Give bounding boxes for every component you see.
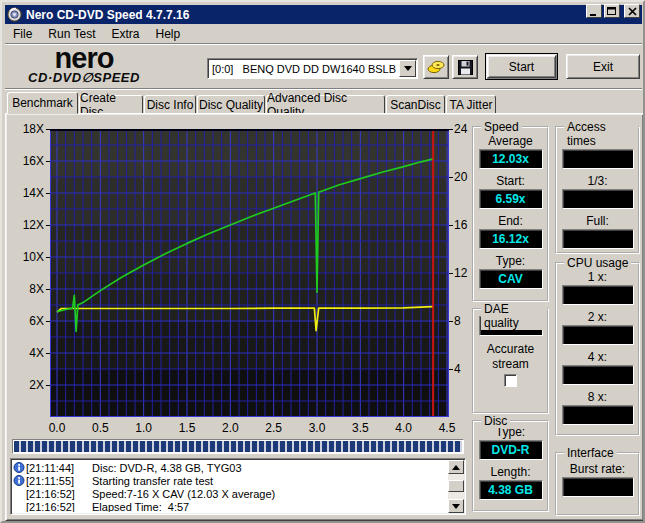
drive-select[interactable]: [0:0] BENQ DVD DD DW1640 BSLB [207, 58, 418, 79]
maximize-icon [607, 7, 617, 16]
tab-advanced-disc-quality[interactable]: Advanced Disc Quality [266, 95, 385, 114]
burst-rate-value [562, 477, 634, 497]
tab-scandisc[interactable]: ScanDisc [386, 95, 445, 114]
dae-quality-panel: DAE quality Accurate stream [472, 308, 549, 414]
speed-panel-title: Speed [481, 120, 522, 134]
window-title: Nero CD-DVD Speed 4.7.7.16 [26, 8, 189, 22]
one-third-label: 1/3: [557, 174, 638, 188]
log-text: Starting transfer rate test [92, 475, 213, 487]
disc-type-text: DVD-R [492, 443, 530, 457]
disc-type-value: DVD-R [479, 440, 543, 460]
tab-disc-quality[interactable]: Disc Quality [197, 95, 265, 114]
log-text: Disc: DVD-R, 4.38 GB, TYG03 [92, 462, 242, 474]
tab-ta-jitter[interactable]: TA Jitter [446, 95, 496, 114]
log-row: [21:11:44] Disc: DVD-R, 4.38 GB, TYG03 [13, 461, 447, 474]
start-speed-text: 6.59x [495, 192, 525, 206]
log-time: [21:16:52] [26, 488, 82, 500]
close-icon [628, 7, 637, 16]
log-time: [21:16:52] [26, 501, 82, 513]
cdspeed-logo-text: CD·DVD∅SPEED [8, 70, 160, 85]
speed-type-text: CAV [498, 272, 522, 286]
progress-bar [12, 439, 464, 454]
speed-panel: Speed Average12.03x Start:6.59x End:16.1… [472, 126, 549, 302]
accurate-stream-label: Accurate [474, 342, 547, 356]
disc-panel-title: Disc [481, 414, 510, 428]
cpu-8x-label: 8 x: [557, 390, 638, 404]
scroll-up-button[interactable] [448, 460, 464, 474]
interface-panel-title: Interface [564, 446, 617, 460]
log-text: Elapsed Time: 4:57 [92, 501, 189, 513]
tab-disc-info[interactable]: Disc Info [144, 95, 196, 114]
log-row: [21:16:52] Speed:7-16 X CAV (12.03 X ave… [13, 487, 447, 500]
progress-bar-fill [14, 441, 462, 452]
log-rows: [21:11:44] Disc: DVD-R, 4.38 GB, TYG03 [… [13, 461, 447, 512]
cpu-8x-value [562, 405, 634, 425]
menu-run-test[interactable]: Run Test [40, 26, 103, 42]
log-box[interactable]: [21:11:44] Disc: DVD-R, 4.38 GB, TYG03 [… [10, 458, 466, 515]
drive-select-value: [0:0] BENQ DVD DD DW1640 BSLB [208, 63, 399, 75]
tab-benchmark[interactable]: Benchmark [7, 92, 78, 114]
title-bar: Nero CD-DVD Speed 4.7.7.16 [5, 5, 642, 24]
exit-button-label: Exit [593, 60, 613, 74]
log-time: [21:11:55] [26, 475, 82, 487]
disc-length-text: 4.38 GB [488, 483, 533, 497]
cpu-2x-label: 2 x: [557, 310, 638, 324]
full-access-value [562, 229, 634, 249]
start-speed-value: 6.59x [479, 189, 543, 209]
tab-create-disc[interactable]: Create Disc [79, 95, 143, 114]
app-icon [7, 7, 22, 22]
maximize-button[interactable] [604, 4, 620, 18]
random-access-value [562, 149, 634, 169]
cpu-usage-panel: CPU usage 1 x: 2 x: 4 x: 8 x: [555, 262, 640, 436]
info-icon [13, 475, 25, 486]
accurate-stream-label2: stream [474, 357, 547, 371]
nero-logo-text: nero [8, 46, 160, 70]
arrow-up-icon [452, 465, 460, 470]
minimize-button[interactable] [586, 4, 602, 18]
accurate-stream-checkbox[interactable] [504, 374, 517, 387]
discs-icon [427, 59, 445, 75]
save-button[interactable] [452, 55, 478, 79]
arrow-down-icon [452, 504, 460, 509]
end-label: End: [474, 214, 547, 228]
full-label: Full: [557, 214, 638, 228]
cpu-4x-label: 4 x: [557, 350, 638, 364]
interface-panel: Interface Burst rate: [555, 452, 640, 516]
menu-help[interactable]: Help [148, 26, 189, 42]
disc-length-label: Length: [474, 465, 547, 479]
end-speed-text: 16.12x [492, 232, 529, 246]
burst-rate-label: Burst rate: [557, 462, 638, 476]
drive-select-dropdown-button[interactable] [399, 60, 416, 77]
cpu-1x-value [562, 285, 634, 305]
log-scrollbar[interactable] [448, 460, 464, 513]
disc-length-value: 4.38 GB [479, 480, 543, 500]
scrollbar-thumb[interactable] [448, 480, 464, 492]
menu-file[interactable]: File [5, 26, 40, 42]
chevron-down-icon [404, 66, 412, 71]
menu-bar: File Run Test Extra Help [5, 24, 642, 43]
info-icon [13, 462, 25, 473]
minimize-icon [589, 7, 599, 16]
average-speed-value: 12.03x [479, 149, 543, 169]
disc-tools-button[interactable] [423, 55, 449, 79]
log-text: Speed:7-16 X CAV (12.03 X average) [92, 488, 275, 500]
log-time: [21:11:44] [26, 462, 82, 474]
average-label: Average [474, 134, 547, 148]
type-label: Type: [474, 254, 547, 268]
end-speed-value: 16.12x [479, 229, 543, 249]
log-row: [21:16:52] Elapsed Time: 4:57 [13, 500, 447, 512]
speed-type-value: CAV [479, 269, 543, 289]
start-button-label: Start [487, 55, 556, 78]
disc-panel: Disc Type:DVD-R Length:4.38 GB [472, 420, 549, 512]
start-button[interactable]: Start [485, 53, 558, 80]
start-label: Start: [474, 174, 547, 188]
nero-logo: nero CD·DVD∅SPEED [8, 46, 160, 85]
transfer-rate-chart [50, 129, 449, 417]
scroll-down-button[interactable] [448, 499, 464, 513]
menu-extra[interactable]: Extra [103, 26, 147, 42]
access-times-panel: Access times Random: 1/3: Full: [555, 126, 640, 254]
app-window: Nero CD-DVD Speed 4.7.7.16 File Run Test… [0, 0, 645, 523]
exit-button[interactable]: Exit [566, 54, 640, 79]
close-button[interactable] [624, 4, 640, 18]
floppy-icon [458, 60, 473, 75]
